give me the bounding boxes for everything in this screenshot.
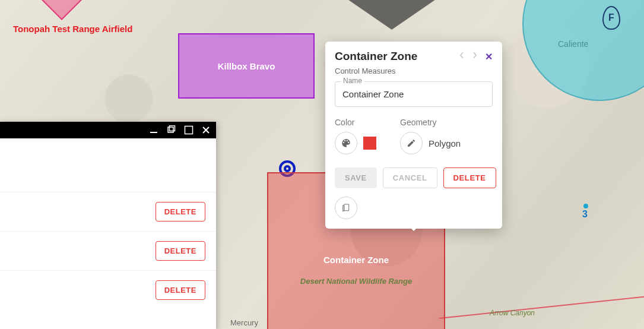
marker-dot — [583, 204, 588, 208]
maximize-icon[interactable] — [184, 125, 193, 135]
cancel-button[interactable]: CANCEL — [383, 167, 437, 188]
overlay-container-label: Container Zone — [323, 255, 389, 265]
svg-rect-3 — [185, 126, 193, 134]
popup-close-icon[interactable]: ✕ — [485, 51, 493, 62]
feature-popup: Container Zone ✕ Control Measures Name C… — [325, 42, 502, 229]
overlay-killbox-bravo[interactable]: Killbox Bravo — [178, 33, 315, 99]
color-swatch[interactable] — [363, 137, 376, 150]
side-row: DELETE — [0, 270, 216, 309]
marker-number: 3 — [582, 209, 588, 220]
delete-button[interactable]: DELETE — [156, 202, 205, 222]
svg-rect-1 — [168, 127, 173, 132]
popup-delete-button[interactable]: DELETE — [443, 167, 496, 188]
side-panel-titlebar[interactable] — [0, 122, 216, 138]
city-mercury: Mercury — [230, 318, 258, 327]
prev-icon[interactable] — [459, 51, 465, 62]
copy-icon[interactable] — [335, 197, 357, 219]
feature-wildlife-range: Desert National Wildlife Range — [300, 277, 412, 286]
edit-geometry-icon[interactable] — [400, 132, 423, 154]
side-row: DELETE — [0, 192, 216, 231]
feature-arrow-canyon: Arrow Canyon — [490, 309, 535, 317]
delete-button[interactable]: DELETE — [156, 280, 205, 300]
delete-button[interactable]: DELETE — [156, 241, 205, 261]
name-input[interactable] — [335, 81, 493, 107]
svg-rect-2 — [170, 126, 175, 131]
overlay-gray-triangle[interactable] — [297, 0, 487, 30]
minimize-icon[interactable] — [150, 126, 158, 134]
airfield-label: Tonopah Test Range Airfield — [13, 24, 132, 34]
close-icon[interactable] — [202, 126, 210, 134]
overlay-killbox-label: Killbox Bravo — [218, 61, 275, 71]
side-row-header — [0, 138, 216, 192]
popup-subtitle: Control Measures — [335, 67, 493, 75]
restore-icon[interactable] — [166, 125, 176, 135]
marker-f-letter: F — [608, 12, 614, 23]
popup-title: Container Zone — [335, 50, 417, 63]
svg-rect-5 — [343, 205, 344, 211]
geometry-label: Geometry — [400, 118, 461, 127]
color-label: Color — [335, 118, 376, 127]
side-panel-body: DELETE DELETE DELETE — [0, 138, 216, 309]
svg-rect-0 — [150, 132, 157, 133]
side-row: DELETE — [0, 231, 216, 270]
marker-f[interactable]: F — [602, 6, 620, 30]
side-panel: DELETE DELETE DELETE — [0, 122, 216, 329]
map-stage[interactable]: Tonopah Test Range Airfield Caliente Mer… — [0, 0, 644, 329]
palette-icon[interactable] — [335, 132, 357, 154]
svg-rect-4 — [344, 204, 349, 211]
name-field-label: Name — [341, 77, 364, 85]
geometry-value: Polygon — [429, 138, 461, 148]
next-icon[interactable] — [472, 51, 478, 62]
save-button: SAVE — [335, 167, 377, 188]
